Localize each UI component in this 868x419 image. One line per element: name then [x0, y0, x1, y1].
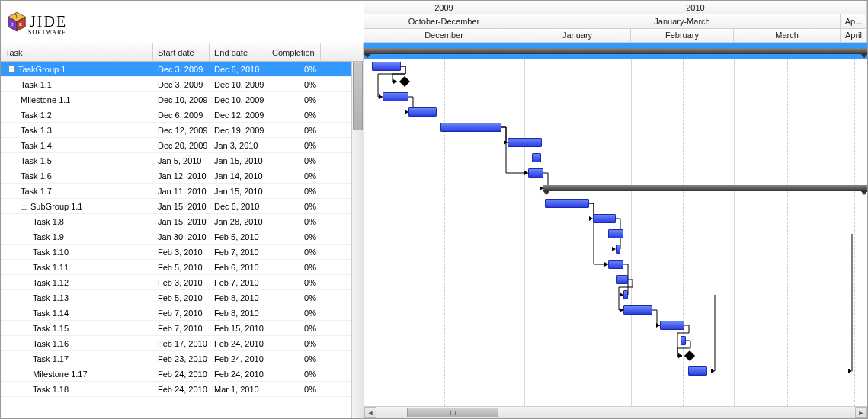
timescale-cell[interactable]: March — [734, 29, 841, 42]
task-bar[interactable] — [408, 107, 437, 117]
column-header-completion[interactable]: Completion — [267, 43, 321, 61]
table-row[interactable]: Milestone 1.1Dec 10, 2009Dec 10, 20090% — [1, 92, 364, 107]
task-bar[interactable] — [383, 92, 408, 101]
scroll-right-arrow-icon[interactable]: ► — [855, 407, 867, 418]
cell-start: Feb 24, 2010 — [153, 369, 210, 379]
gantt-row[interactable] — [364, 272, 867, 287]
timescale-cell[interactable]: December — [364, 29, 524, 42]
table-body[interactable]: −TaskGroup 1Dec 3, 2009Dec 6, 20100%Task… — [1, 62, 364, 418]
table-row[interactable]: Task 1.12Feb 3, 2010Feb 7, 20100% — [1, 275, 364, 290]
summary-bar[interactable] — [364, 48, 867, 54]
table-row[interactable]: Task 1.3Dec 12, 2009Dec 19, 20090% — [1, 123, 364, 138]
table-row[interactable]: Task 1.6Jan 12, 2010Jan 14, 20100% — [1, 168, 364, 184]
gantt-row[interactable] — [364, 333, 867, 348]
table-row[interactable]: Task 1.15Feb 7, 2010Feb 15, 20100% — [1, 321, 364, 336]
table-row[interactable]: Task 1.18Feb 24, 2010Mar 1, 20100% — [1, 382, 364, 397]
gantt-row[interactable] — [364, 211, 867, 226]
summary-bar[interactable] — [543, 185, 867, 191]
cell-end: Jan 28, 2010 — [210, 217, 267, 226]
vertical-scrollbar-thumb[interactable] — [353, 62, 363, 130]
task-bar[interactable] — [616, 245, 620, 254]
task-bar[interactable] — [688, 366, 707, 376]
gantt-row[interactable] — [364, 226, 867, 241]
task-bar[interactable] — [440, 123, 501, 132]
expand-collapse-icon[interactable]: − — [21, 203, 27, 210]
task-bar[interactable] — [532, 153, 541, 162]
task-bar[interactable] — [508, 138, 542, 147]
task-bar[interactable] — [372, 62, 401, 71]
table-row[interactable]: −TaskGroup 1Dec 3, 2009Dec 6, 20100% — [1, 62, 364, 77]
task-name-cell: Task 1.12 — [1, 278, 153, 287]
gantt-row[interactable] — [364, 89, 867, 104]
gantt-row[interactable] — [364, 318, 867, 333]
gantt-row[interactable] — [364, 43, 867, 59]
gantt-row[interactable] — [364, 74, 867, 89]
horizontal-scrollbar-track[interactable] — [376, 407, 855, 418]
task-bar[interactable] — [623, 290, 628, 299]
cell-comp: 0% — [267, 263, 321, 272]
timescale-cell[interactable]: February — [631, 29, 734, 42]
milestone-marker[interactable] — [684, 350, 695, 361]
milestone-marker[interactable] — [399, 76, 410, 87]
scroll-left-arrow-icon[interactable]: ◄ — [364, 407, 376, 418]
table-row[interactable]: Task 1.9Jan 30, 2010Feb 5, 20100% — [1, 229, 364, 245]
table-row[interactable]: Task 1.1Dec 3, 2009Dec 10, 20090% — [1, 77, 364, 92]
column-header-task[interactable]: Task — [1, 43, 153, 61]
table-row[interactable]: Milestone 1.17Feb 24, 2010Feb 24, 20100% — [1, 366, 364, 382]
task-bar[interactable] — [528, 168, 543, 178]
horizontal-scrollbar[interactable]: ◄ ► — [364, 406, 867, 418]
table-row[interactable]: Task 1.16Feb 17, 2010Feb 24, 20100% — [1, 336, 364, 351]
gantt-row[interactable] — [364, 150, 867, 165]
timescale-cell[interactable]: Ap... — [841, 14, 867, 27]
task-bar[interactable] — [545, 199, 589, 208]
gantt-row[interactable] — [364, 135, 867, 150]
table-row[interactable]: Task 1.4Dec 20, 2009Jan 3, 20100% — [1, 138, 364, 153]
timescale-cell[interactable]: January — [524, 29, 631, 42]
column-header-start[interactable]: Start date — [153, 43, 210, 61]
gantt-row[interactable] — [364, 165, 867, 181]
task-bar[interactable] — [623, 305, 652, 315]
task-bar[interactable] — [608, 229, 623, 238]
gantt-row[interactable] — [364, 257, 867, 272]
gantt-body[interactable] — [364, 43, 867, 406]
expand-collapse-icon[interactable]: − — [8, 66, 15, 72]
gantt-row[interactable] — [364, 59, 867, 74]
gantt-row[interactable] — [364, 363, 867, 379]
column-header-extra[interactable] — [321, 43, 364, 61]
table-row[interactable]: Task 1.14Feb 7, 2010Feb 8, 20100% — [1, 305, 364, 321]
task-bar[interactable] — [608, 260, 623, 269]
cell-comp: 0% — [267, 110, 321, 120]
timescale-cell[interactable]: April — [841, 29, 867, 42]
table-row[interactable]: Task 1.13Feb 5, 2010Feb 8, 20100% — [1, 290, 364, 305]
timescale-cell[interactable]: October-December — [364, 14, 524, 27]
task-bar[interactable] — [593, 214, 616, 223]
table-row[interactable]: Task 1.8Jan 15, 2010Jan 28, 20100% — [1, 214, 364, 229]
task-name-cell: Task 1.14 — [1, 309, 153, 318]
column-header-end[interactable]: End date — [210, 43, 267, 61]
table-row[interactable]: Task 1.10Feb 3, 2010Feb 7, 20100% — [1, 245, 364, 260]
cell-start: Dec 20, 2009 — [153, 141, 210, 150]
gantt-row[interactable] — [364, 196, 867, 211]
gantt-row[interactable] — [364, 104, 867, 120]
table-row[interactable]: Task 1.7Jan 11, 2010Jan 15, 20100% — [1, 184, 364, 199]
gantt-row[interactable] — [364, 120, 867, 135]
table-row[interactable]: −SubGroup 1.1Jan 15, 2010Dec 6, 20100% — [1, 199, 364, 214]
table-row[interactable]: Task 1.2Dec 6, 2009Dec 12, 20090% — [1, 107, 364, 123]
task-bar[interactable] — [660, 321, 684, 330]
gantt-row[interactable] — [364, 241, 867, 257]
task-bar[interactable] — [616, 275, 628, 284]
timescale-cell[interactable]: 2010 — [524, 1, 867, 14]
gantt-row[interactable] — [364, 181, 867, 196]
vertical-scrollbar[interactable] — [351, 62, 364, 418]
timescale-cell[interactable]: January-March — [524, 14, 841, 27]
gantt-row[interactable] — [364, 348, 867, 363]
table-row[interactable]: Task 1.17Feb 23, 2010Feb 24, 20100% — [1, 351, 364, 366]
cell-start: Feb 5, 2010 — [153, 263, 210, 272]
table-row[interactable]: Task 1.11Feb 5, 2010Feb 6, 20100% — [1, 260, 364, 275]
table-row[interactable]: Task 1.5Jan 5, 2010Jan 15, 20100% — [1, 153, 364, 168]
gantt-row[interactable] — [364, 302, 867, 318]
gantt-row[interactable] — [364, 287, 867, 302]
task-bar[interactable] — [681, 336, 686, 345]
horizontal-scrollbar-thumb[interactable] — [407, 408, 498, 417]
timescale-cell[interactable]: 2009 — [364, 1, 524, 14]
